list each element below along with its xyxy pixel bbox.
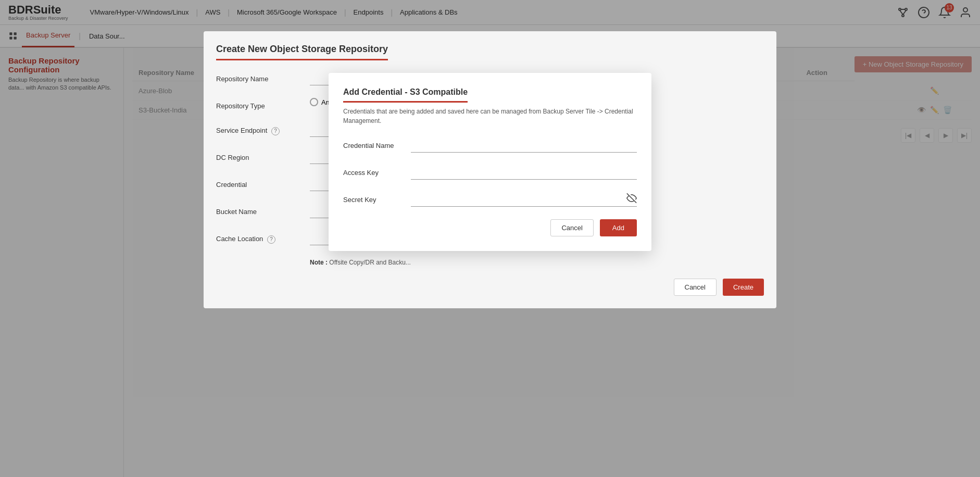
access-key-label: Access Key	[343, 169, 411, 177]
inner-add-button[interactable]: Add	[600, 219, 637, 236]
access-key-row: Access Key	[343, 165, 637, 180]
inner-dialog-description: Credentials that are being added and sav…	[343, 107, 637, 125]
service-endpoint-help-icon[interactable]: ?	[271, 127, 280, 135]
credential-name-input[interactable]	[411, 138, 637, 153]
cache-location-help-icon[interactable]: ?	[267, 235, 275, 244]
modal-overlay: Create New Object Storage Repository Rep…	[0, 0, 980, 477]
inner-dialog-footer: Cancel Add	[343, 219, 637, 236]
note-label	[216, 258, 310, 262]
outer-create-button[interactable]: Create	[723, 279, 764, 296]
outer-dialog-footer: Cancel Create	[216, 279, 764, 296]
access-key-input[interactable]	[411, 165, 637, 180]
secret-key-row: Secret Key	[343, 192, 637, 207]
outer-cancel-button[interactable]: Cancel	[674, 279, 717, 296]
inner-dialog-title: Add Credential - S3 Compatible	[343, 87, 468, 103]
inner-cancel-button[interactable]: Cancel	[550, 219, 593, 236]
credential-name-label: Credential Name	[343, 142, 411, 149]
credential-name-row: Credential Name	[343, 138, 637, 153]
add-credential-dialog: Add Credential - S3 Compatible Credentia…	[329, 73, 651, 251]
service-endpoint-label: Service Endpoint ?	[216, 122, 310, 135]
radio-circle-amazon	[310, 98, 318, 106]
secret-key-input[interactable]	[411, 192, 637, 207]
note-text: Note : Offsite Copy/DR and Backu...	[310, 259, 411, 266]
repo-name-label: Repository Name	[216, 71, 310, 83]
toggle-secret-visibility-icon[interactable]	[626, 193, 637, 206]
bucket-name-label: Bucket Name	[216, 204, 310, 216]
secret-key-label: Secret Key	[343, 196, 411, 204]
repo-type-label: Repository Type	[216, 98, 310, 110]
create-repo-dialog: Create New Object Storage Repository Rep…	[204, 31, 776, 308]
credential-label: Credential	[216, 177, 310, 189]
outer-dialog-title: Create New Object Storage Repository	[216, 44, 388, 60]
cache-location-label: Cache Location ?	[216, 231, 310, 244]
note-row: Note : Offsite Copy/DR and Backu...	[216, 258, 764, 266]
dc-region-label: DC Region	[216, 149, 310, 161]
